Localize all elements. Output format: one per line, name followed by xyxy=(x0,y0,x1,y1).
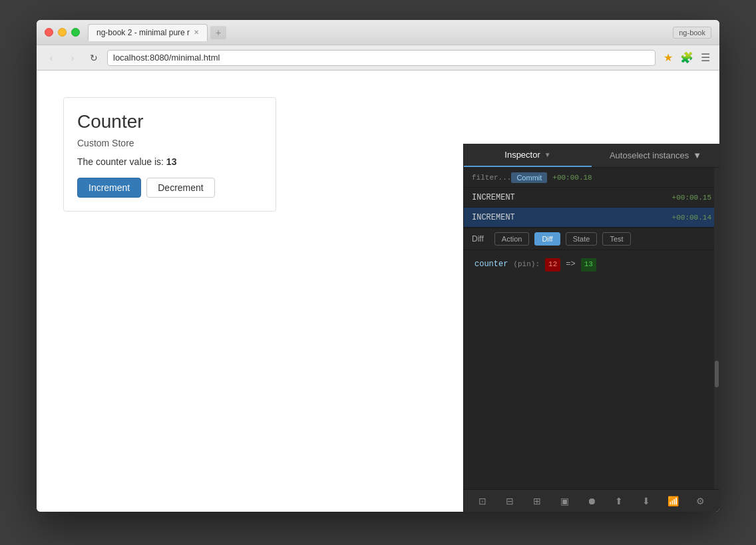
diff-content: counter (pin): 12 => 13 xyxy=(464,250,719,489)
page-content: Counter Custom Store The counter value i… xyxy=(37,71,719,512)
action-name-1: INCREMENT xyxy=(472,193,672,202)
inspector-label: Inspector xyxy=(504,150,540,160)
diff-old-value: 12 xyxy=(545,258,560,272)
active-tab[interactable]: ng-book 2 - minimal pure r ✕ xyxy=(88,24,208,41)
action-name-2: INCREMENT xyxy=(472,213,672,222)
autoselect-tab[interactable]: Autoselect instances ▼ xyxy=(592,150,719,160)
devtools-panel: Inspector ▼ Autoselect instances ▼ filte… xyxy=(463,144,719,512)
action-time-2: +00:00.14 xyxy=(672,214,711,222)
diff-key: counter xyxy=(474,258,508,271)
counter-value-number: 13 xyxy=(166,156,177,167)
commit-button[interactable]: Commit xyxy=(511,172,547,183)
reload-button[interactable]: ↻ xyxy=(86,50,102,66)
autoselect-label: Autoselect instances xyxy=(610,150,689,160)
tab-close-icon[interactable]: ✕ xyxy=(194,29,199,36)
diff-header: Diff Action Diff State Test xyxy=(464,228,719,250)
button-group: Increment Decrement xyxy=(77,178,262,198)
action-row-2[interactable]: INCREMENT +00:00.14 xyxy=(464,208,719,228)
action-list: filter... Commit +00:00.18 INCREMENT +00… xyxy=(464,168,719,228)
bookmark-icon[interactable]: ★ xyxy=(661,51,675,65)
increment-button[interactable]: Increment xyxy=(77,178,141,198)
action-tab-button[interactable]: Action xyxy=(494,232,530,246)
tab-bar: ng-book 2 - minimal pure r ✕ + xyxy=(88,24,673,41)
extension-icon[interactable]: 🧩 xyxy=(679,51,694,65)
toolbar-btn-9[interactable]: ⚙ xyxy=(691,492,709,510)
toolbar-btn-4[interactable]: ▣ xyxy=(555,492,574,510)
tab-title: ng-book 2 - minimal pure r xyxy=(96,28,190,37)
diff-pin: (pin): xyxy=(513,259,540,271)
inspector-chevron-icon: ▼ xyxy=(544,151,551,158)
filter-text: filter... xyxy=(472,174,511,182)
diff-new-value: 13 xyxy=(581,258,596,272)
window-label: ng-book xyxy=(673,27,711,39)
counter-box: Counter Custom Store The counter value i… xyxy=(63,97,276,212)
titlebar-right: ng-book xyxy=(673,27,711,39)
filter-row: filter... Commit +00:00.18 xyxy=(464,168,719,188)
diff-line: counter (pin): 12 => 13 xyxy=(474,258,709,272)
counter-value-text: The counter value is: xyxy=(77,156,164,167)
address-bar-actions: ★ 🧩 ☰ xyxy=(661,51,713,65)
toolbar-btn-3[interactable]: ⊞ xyxy=(528,492,546,510)
state-tab-button[interactable]: State xyxy=(566,232,598,246)
toolbar-btn-8[interactable]: 📶 xyxy=(664,492,683,510)
autoselect-chevron-icon: ▼ xyxy=(693,150,701,160)
inspector-header: Inspector ▼ Autoselect instances ▼ xyxy=(464,144,719,168)
menu-icon[interactable]: ☰ xyxy=(698,51,713,65)
traffic-lights xyxy=(45,28,80,37)
close-button[interactable] xyxy=(45,28,53,37)
diff-section: Diff Action Diff State Test counter (pin… xyxy=(464,228,719,489)
toolbar-btn-6[interactable]: ⬆ xyxy=(610,492,628,510)
scrollbar-track xyxy=(714,168,719,489)
browser-window: ng-book 2 - minimal pure r ✕ + ng-book ‹… xyxy=(37,20,719,512)
first-action-time: +00:00.18 xyxy=(552,174,592,182)
new-tab-button[interactable]: + xyxy=(210,26,226,39)
toolbar-btn-1[interactable]: ⊡ xyxy=(473,492,492,510)
inspector-tab[interactable]: Inspector ▼ xyxy=(464,144,592,167)
scrollbar-thumb[interactable] xyxy=(715,361,719,387)
devtools-toolbar: ⊡ ⊟ ⊞ ▣ ⏺ ⬆ ⬇ 📶 ⚙ xyxy=(464,489,719,512)
action-time-1: +00:00.15 xyxy=(672,194,711,202)
diff-section-label: Diff xyxy=(472,234,484,244)
diff-arrow-icon: => xyxy=(566,258,575,271)
minimize-button[interactable] xyxy=(58,28,67,37)
toolbar-btn-2[interactable]: ⊟ xyxy=(500,492,519,510)
test-tab-button[interactable]: Test xyxy=(602,232,630,246)
maximize-button[interactable] xyxy=(71,28,80,37)
titlebar: ng-book 2 - minimal pure r ✕ + ng-book xyxy=(37,20,719,45)
toolbar-btn-7[interactable]: ⬇ xyxy=(637,492,656,510)
counter-value-label: The counter value is: 13 xyxy=(77,156,262,167)
counter-subtitle: Custom Store xyxy=(77,138,262,148)
diff-tab-button[interactable]: Diff xyxy=(534,232,560,246)
toolbar-btn-5[interactable]: ⏺ xyxy=(582,492,601,510)
forward-button[interactable]: › xyxy=(65,50,81,66)
counter-title: Counter xyxy=(77,111,262,132)
address-bar: ‹ › ↻ localhost:8080/minimal.html ★ 🧩 ☰ xyxy=(37,45,719,71)
back-button[interactable]: ‹ xyxy=(43,50,59,66)
action-row-1[interactable]: INCREMENT +00:00.15 xyxy=(464,188,719,208)
decrement-button[interactable]: Decrement xyxy=(146,178,214,198)
url-bar[interactable]: localhost:8080/minimal.html xyxy=(107,50,656,66)
url-text: localhost:8080/minimal.html xyxy=(113,53,220,63)
